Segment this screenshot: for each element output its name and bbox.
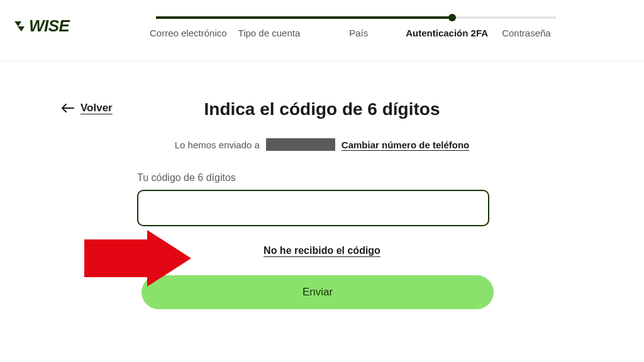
back-label: Volver [80,102,113,114]
code-input[interactable] [137,190,489,226]
form-content: Indica el código de 6 dígitos Lo hemos e… [146,99,498,309]
progress-stepper: Correo electrónico Tipo de cuenta País A… [156,0,556,38]
sent-prefix: Lo hemos enviado a [175,140,260,150]
step-email[interactable]: Correo electrónico [150,28,227,38]
sent-to-row: Lo hemos enviado a Cambiar número de tel… [146,138,498,151]
phone-redacted [266,138,335,151]
code-field: Tu código de 6 dígitos [137,172,489,226]
main-content: Volver Indica el código de 6 dígitos Lo … [0,62,644,309]
change-phone-link[interactable]: Cambiar número de teléfono [341,140,469,150]
step-2fa[interactable]: Autenticación 2FA [406,28,488,38]
step-account-type[interactable]: Tipo de cuenta [238,28,301,38]
step-country[interactable]: País [349,28,368,38]
back-link[interactable]: Volver [62,102,113,114]
submit-button[interactable]: Enviar [142,275,494,309]
step-password[interactable]: Contraseña [502,28,551,38]
page-title: Indica el código de 6 dígitos [146,99,498,119]
header: WISE Correo electrónico Tipo de cuenta P… [0,0,644,62]
stepper-track [156,16,556,19]
not-received-link[interactable]: No he recibido el código [264,245,380,256]
wise-logo: WISE [13,16,69,36]
stepper-current-dot [448,14,456,21]
stepper-labels: Correo electrónico Tipo de cuenta País A… [156,28,556,38]
wise-flags-icon [13,19,28,34]
arrow-left-icon [62,104,74,112]
logo-text: WISE [29,16,69,36]
stepper-progress [156,16,452,19]
code-field-label: Tu código de 6 dígitos [137,172,489,184]
